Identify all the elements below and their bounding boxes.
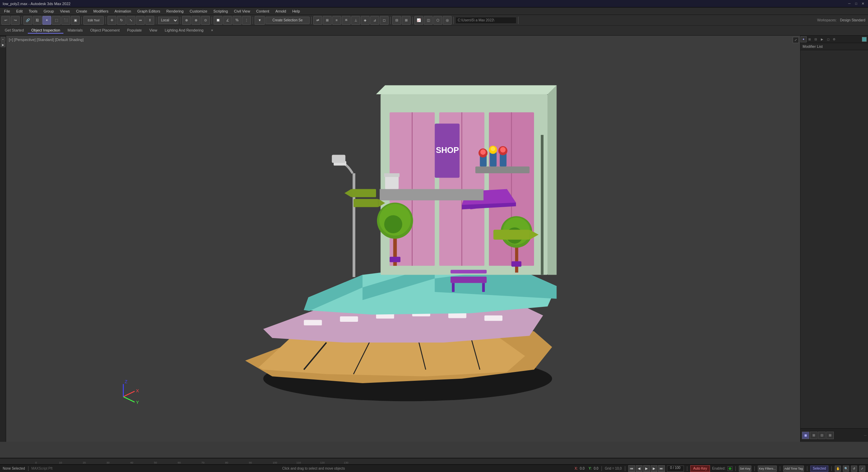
select-move-button[interactable]: ✛ bbox=[107, 16, 116, 25]
align-camera[interactable]: ⊿ bbox=[370, 16, 379, 25]
material-editor[interactable]: ⬡ bbox=[433, 16, 442, 25]
undo-button[interactable]: ↩ bbox=[1, 16, 10, 25]
schematic-view[interactable]: ◫ bbox=[424, 16, 433, 25]
tab-view[interactable]: View bbox=[146, 27, 161, 34]
menu-create[interactable]: Create bbox=[73, 8, 90, 14]
mirror-tool[interactable]: ⇌ bbox=[313, 16, 322, 25]
reference-dropdown[interactable]: Local World View bbox=[158, 17, 178, 24]
svg-rect-55 bbox=[493, 230, 529, 239]
autokey-button[interactable]: Auto Key bbox=[690, 465, 710, 472]
menu-scripting[interactable]: Scripting bbox=[211, 8, 231, 14]
named-sel-dropdown[interactable]: ▼ bbox=[255, 16, 265, 25]
tab-get-started[interactable]: Get Started bbox=[1, 27, 27, 34]
keyfilter-sep bbox=[780, 466, 780, 471]
x-coord-value: 0.0 bbox=[580, 467, 585, 470]
go-to-end[interactable]: ⏭ bbox=[658, 465, 665, 472]
select-region-button[interactable]: ⬚ bbox=[52, 16, 61, 25]
viewport-nav-zoom[interactable]: 🔍 bbox=[843, 466, 849, 472]
tab-populate[interactable]: Populate bbox=[124, 27, 145, 34]
menu-rendering[interactable]: Rendering bbox=[164, 8, 186, 14]
tab-close[interactable]: × bbox=[208, 27, 216, 34]
layer-manager[interactable]: ⊟ bbox=[392, 16, 401, 25]
sep10 bbox=[412, 17, 413, 24]
left-panel-btn2[interactable]: ▶ bbox=[1, 42, 5, 47]
menu-content[interactable]: Content bbox=[254, 8, 272, 14]
angle-snap[interactable]: ∠ bbox=[223, 16, 232, 25]
scene-explorer[interactable]: ⊞ bbox=[402, 16, 411, 25]
curve-editor[interactable]: 📈 bbox=[414, 16, 423, 25]
maximize-button[interactable]: □ bbox=[854, 1, 859, 6]
link-button[interactable]: 🔗 bbox=[23, 16, 32, 25]
tab-object-placement[interactable]: Object Placement bbox=[87, 27, 123, 34]
menu-views[interactable]: Views bbox=[57, 8, 73, 14]
render-setup[interactable]: ◎ bbox=[443, 16, 452, 25]
place-highlight[interactable]: ◈ bbox=[361, 16, 370, 25]
rp-btn2[interactable]: ⊞ bbox=[810, 432, 817, 439]
align-tool[interactable]: ≡ bbox=[332, 16, 341, 25]
expand-viewport-button[interactable]: ⤢ bbox=[793, 37, 799, 43]
array-tool[interactable]: ⊞ bbox=[323, 16, 332, 25]
enabled-indicator bbox=[728, 466, 732, 471]
close-button[interactable]: ✕ bbox=[861, 1, 865, 6]
right-tab-hierarchy[interactable]: ⊟ bbox=[813, 36, 819, 42]
menu-modifiers[interactable]: Modifiers bbox=[91, 8, 111, 14]
scale-button[interactable]: ⤡ bbox=[126, 16, 135, 25]
menu-group[interactable]: Group bbox=[41, 8, 57, 14]
menu-civil-view[interactable]: Civil View bbox=[231, 8, 253, 14]
align-to-view[interactable]: ◻ bbox=[380, 16, 389, 25]
create-selection-button[interactable]: Create Selection Se bbox=[265, 17, 310, 24]
menu-arnold[interactable]: Arnold bbox=[273, 8, 289, 14]
rp-btn3[interactable]: ⊟ bbox=[818, 432, 826, 439]
left-panel-btn1[interactable]: + bbox=[1, 37, 5, 42]
edit-tool-button[interactable]: Edit Tool bbox=[83, 16, 104, 25]
play-button[interactable]: ▶ bbox=[643, 465, 650, 472]
select-all-button[interactable]: ⬛ bbox=[61, 16, 70, 25]
right-tab-display[interactable]: ◻ bbox=[825, 36, 831, 42]
set-key-button[interactable]: Set Key bbox=[739, 466, 752, 472]
quick-align[interactable]: ≝ bbox=[342, 16, 351, 25]
menu-animation[interactable]: Animation bbox=[112, 8, 134, 14]
spinner-snap[interactable]: ⋮ bbox=[242, 16, 251, 25]
timeline-track[interactable] bbox=[0, 464, 868, 465]
normal-align[interactable]: ⊥ bbox=[351, 16, 360, 25]
prev-frame[interactable]: ◀ bbox=[636, 465, 643, 472]
snap-toggle[interactable]: 🔲 bbox=[214, 16, 222, 25]
rotate-button[interactable]: ↻ bbox=[117, 16, 126, 25]
menu-help[interactable]: Help bbox=[290, 8, 303, 14]
pivot-btn3[interactable]: ⊙ bbox=[201, 16, 210, 25]
right-tab-create[interactable]: ✦ bbox=[801, 36, 807, 42]
go-to-start[interactable]: ⏮ bbox=[628, 465, 635, 472]
next-frame[interactable]: ▶ bbox=[651, 465, 657, 472]
pivot-btn1[interactable]: ⊕ bbox=[182, 16, 191, 25]
tab-object-inspection[interactable]: Object Inspection bbox=[28, 27, 63, 34]
menu-edit[interactable]: Edit bbox=[14, 8, 25, 14]
menu-graph-editors[interactable]: Graph Editors bbox=[135, 8, 163, 14]
select-none-button[interactable]: ▣ bbox=[71, 16, 80, 25]
right-tab-modify[interactable]: ⊞ bbox=[807, 36, 813, 42]
viewport-nav-orbit[interactable]: ↺ bbox=[851, 466, 857, 472]
minimize-button[interactable]: ─ bbox=[847, 1, 852, 6]
tab-lighting-rendering[interactable]: Lighting And Rendering bbox=[161, 27, 207, 34]
svg-rect-42 bbox=[380, 189, 484, 200]
tab-materials[interactable]: Materials bbox=[64, 27, 86, 34]
mirror-button[interactable]: ⇔ bbox=[136, 16, 145, 25]
menu-customize[interactable]: Customize bbox=[187, 8, 210, 14]
color-swatch[interactable] bbox=[862, 37, 867, 42]
right-tab-utilities[interactable]: ⚙ bbox=[831, 36, 837, 42]
rp-btn1[interactable]: ◼ bbox=[802, 432, 809, 439]
menu-file[interactable]: File bbox=[1, 8, 13, 14]
unlink-button[interactable]: ⛓ bbox=[33, 16, 42, 25]
pivot-btn2[interactable]: ⊗ bbox=[192, 16, 200, 25]
right-tab-motion[interactable]: ▶ bbox=[819, 36, 825, 42]
add-time-tag-button[interactable]: Add Time Tag bbox=[783, 466, 804, 472]
align-button[interactable]: ⇕ bbox=[145, 16, 154, 25]
select-object-button[interactable]: ✦ bbox=[42, 16, 51, 25]
rp-btn4[interactable]: ⊞ bbox=[826, 432, 834, 439]
percent-snap[interactable]: % bbox=[233, 16, 241, 25]
menu-tools[interactable]: Tools bbox=[26, 8, 40, 14]
viewport-nav-maximize[interactable]: ⤢ bbox=[859, 466, 865, 472]
frame-input[interactable]: 0 / 100 bbox=[667, 466, 684, 472]
key-filters-button[interactable]: Key Filters... bbox=[758, 466, 777, 472]
viewport-nav-pan[interactable]: ✋ bbox=[835, 466, 841, 472]
redo-button[interactable]: ↪ bbox=[11, 16, 20, 25]
